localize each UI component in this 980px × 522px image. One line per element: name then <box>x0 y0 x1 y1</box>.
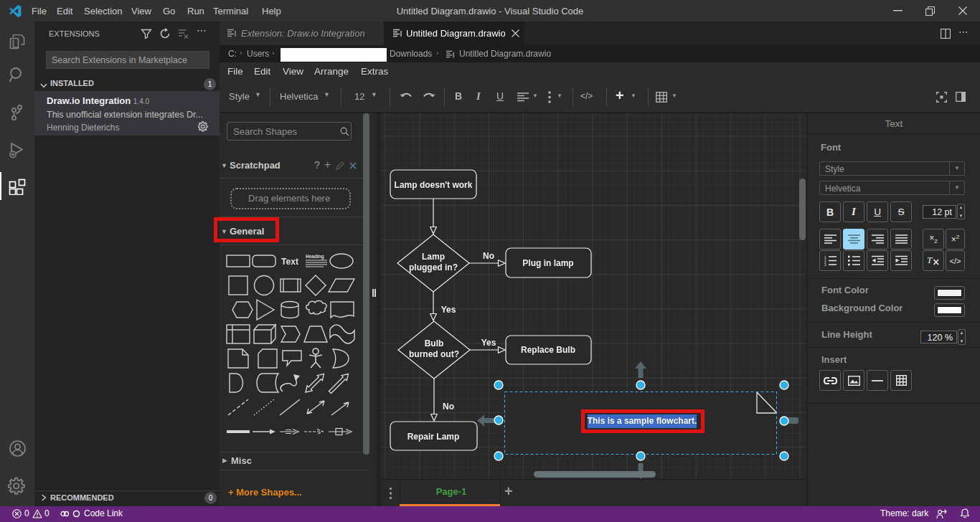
svg-text:Bulb: Bulb <box>425 338 444 348</box>
svg-text:Lamp doesn't work: Lamp doesn't work <box>395 180 473 190</box>
svg-text:3: 3 <box>824 263 826 267</box>
svg-text:plugged in?: plugged in? <box>409 262 458 272</box>
svg-text:Plug in lamp: Plug in lamp <box>522 258 573 268</box>
svg-text:Yes: Yes <box>441 305 456 315</box>
svg-text:No: No <box>483 251 494 261</box>
svg-text:Text: Text <box>281 257 298 267</box>
svg-text:Replace Bulb: Replace Bulb <box>521 345 575 355</box>
svg-text:No: No <box>443 402 454 412</box>
svg-text:Yes: Yes <box>481 338 496 348</box>
svg-text:burned out?: burned out? <box>409 349 459 359</box>
svg-text:T: T <box>927 255 933 265</box>
svg-text:This is a sample flowchart.: This is a sample flowchart. <box>588 416 697 426</box>
svg-text:Lamp: Lamp <box>422 252 445 262</box>
svg-text:Heading: Heading <box>306 254 324 260</box>
svg-text:Repair Lamp: Repair Lamp <box>407 432 460 442</box>
